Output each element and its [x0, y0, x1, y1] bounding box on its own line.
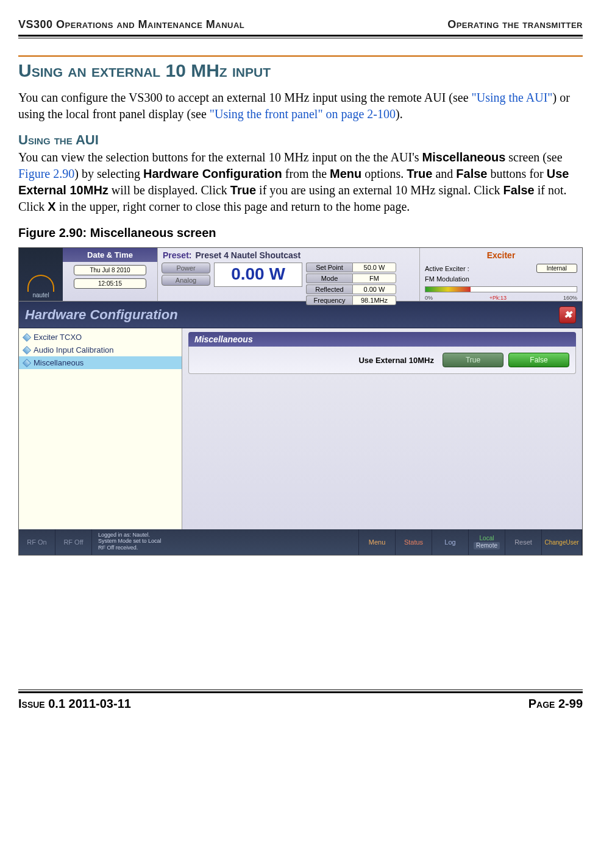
rf-off-button[interactable]: RF Off: [55, 529, 92, 555]
local-label: Local: [480, 535, 494, 542]
mode-value: FM: [352, 273, 396, 283]
page-footer: Issue 0.1 2011-03-11 Page 2-99: [18, 690, 583, 711]
window-title: Hardware Configuration: [25, 307, 178, 323]
datetime-header: Date & Time: [63, 248, 157, 262]
time-value[interactable]: 12:05:15: [74, 278, 146, 289]
analog-button[interactable]: Analog: [162, 275, 210, 286]
footer-rule-thin: [18, 690, 583, 690]
intro-paragraph: You can configure the VS300 to accept an…: [18, 90, 583, 122]
true-button[interactable]: True: [443, 353, 503, 367]
sidebar-item-exciter-tcxo[interactable]: Exciter TCXO: [19, 331, 182, 344]
rf-on-button[interactable]: RF On: [19, 529, 55, 555]
active-exciter-value[interactable]: Internal: [536, 264, 577, 273]
status-button[interactable]: Status: [396, 529, 432, 555]
change-user-button[interactable]: Change User: [542, 529, 582, 555]
running-header: VS300 Operations and Maintenance Manual …: [18, 18, 583, 31]
topbar: nautel Date & Time Thu Jul 8 2010 12:05:…: [19, 248, 582, 302]
issue-info: Issue 0.1 2011-03-11: [18, 697, 131, 711]
frequency-label: Frequency: [306, 295, 352, 305]
remote-label: Remote: [474, 542, 500, 549]
option-row: Use External 10MHz True False: [195, 353, 569, 367]
preset-label: Preset:: [163, 250, 191, 260]
reflected-value: 0.00 W: [352, 284, 396, 294]
date-value[interactable]: Thu Jul 8 2010: [74, 265, 146, 275]
header-rule-thick: [18, 35, 583, 37]
window-body: Exciter TCXO Audio Input Calibration Mis…: [19, 328, 582, 529]
logo-area[interactable]: nautel: [19, 248, 63, 301]
term-true: True: [407, 167, 432, 180]
link-using-front-panel[interactable]: "Using the front panel" on page 2-100: [210, 107, 396, 121]
section-heading: Using an external 10 MHz input: [18, 60, 583, 81]
term-false-2: False: [503, 183, 535, 197]
panel-body: Use External 10MHz True False: [188, 347, 576, 374]
tick-0: 0%: [425, 295, 433, 301]
modulation-bar: [425, 286, 577, 292]
page-number: Page 2-99: [528, 697, 583, 711]
diamond-icon: [23, 333, 31, 341]
exciter-title: Exciter: [420, 248, 582, 263]
figure-caption: Figure 2.90: Miscellaneous screen: [18, 226, 583, 240]
mode-label: Mode: [306, 273, 352, 283]
power-button[interactable]: Power: [162, 263, 210, 273]
exciter-panel: Exciter Active Exciter : Internal FM Mod…: [420, 248, 582, 301]
preset-panel: Preset: Preset 4 Nautel Shoutcast Power …: [158, 248, 420, 301]
term-x: X: [48, 200, 55, 213]
footer-info: Logged in as: Nautel. System Mode set to…: [92, 529, 359, 555]
term-false: False: [456, 167, 487, 180]
log-button[interactable]: Log: [432, 529, 469, 555]
running-header-right: Operating the transmitter: [447, 18, 583, 31]
footer-rule-thick: [18, 691, 583, 693]
subsection-heading: Using the AUI: [18, 132, 583, 148]
tick-160: 160%: [563, 295, 577, 301]
running-header-left: VS300 Operations and Maintenance Manual: [18, 18, 244, 31]
body-paragraph: You can view the selection buttons for t…: [18, 149, 583, 215]
close-button[interactable]: ✖: [559, 306, 576, 323]
reset-button[interactable]: Reset: [505, 529, 542, 555]
term-miscellaneous: Miscellaneous: [422, 150, 506, 164]
section-rule: [18, 55, 583, 57]
power-readout: 0.00 W: [214, 263, 302, 287]
menu-button[interactable]: Menu: [359, 529, 396, 555]
main-panel: Miscellaneous Use External 10MHz True Fa…: [182, 328, 582, 529]
sidebar-item-audio-input-calibration[interactable]: Audio Input Calibration: [19, 344, 182, 356]
figure-screenshot: nautel Date & Time Thu Jul 8 2010 12:05:…: [18, 247, 583, 556]
reflected-label: Reflected: [306, 284, 352, 294]
sidebar: Exciter TCXO Audio Input Calibration Mis…: [19, 328, 182, 529]
setpoint-label: Set Point: [306, 263, 352, 272]
header-rule-thin: [18, 38, 583, 38]
setpoint-value: 50.0 W: [352, 263, 396, 272]
diamond-icon: [23, 358, 31, 367]
close-icon: ✖: [564, 309, 572, 320]
footer-bar: RF On RF Off Logged in as: Nautel. Syste…: [19, 529, 582, 555]
tick-peak: +Pk:13: [489, 295, 507, 301]
logo-text: nautel: [32, 292, 49, 298]
fm-modulation-label: FM Modulation: [425, 275, 469, 283]
link-using-aui[interactable]: "Using the AUI": [472, 91, 553, 104]
term-menu: Menu: [330, 167, 361, 180]
option-label: Use External 10MHz: [195, 356, 438, 365]
sidebar-item-miscellaneous[interactable]: Miscellaneous: [19, 356, 182, 369]
logo-arc-icon: [27, 275, 54, 292]
active-exciter-label: Active Exciter :: [425, 265, 469, 272]
window-titlebar: Hardware Configuration ✖: [19, 302, 582, 328]
preset-value[interactable]: Preset 4 Nautel Shoutcast: [195, 250, 300, 260]
panel-title: Miscellaneous: [188, 332, 576, 347]
frequency-value: 98.1MHz: [352, 295, 396, 305]
link-figure-290[interactable]: Figure 2.90: [18, 167, 74, 180]
local-remote-toggle[interactable]: Local Remote: [469, 529, 505, 555]
diamond-icon: [23, 345, 31, 354]
term-true-2: True: [230, 183, 256, 197]
false-button[interactable]: False: [508, 353, 569, 367]
datetime-panel: Date & Time Thu Jul 8 2010 12:05:15: [63, 248, 158, 301]
term-hardware-configuration: Hardware Configuration: [143, 167, 282, 180]
